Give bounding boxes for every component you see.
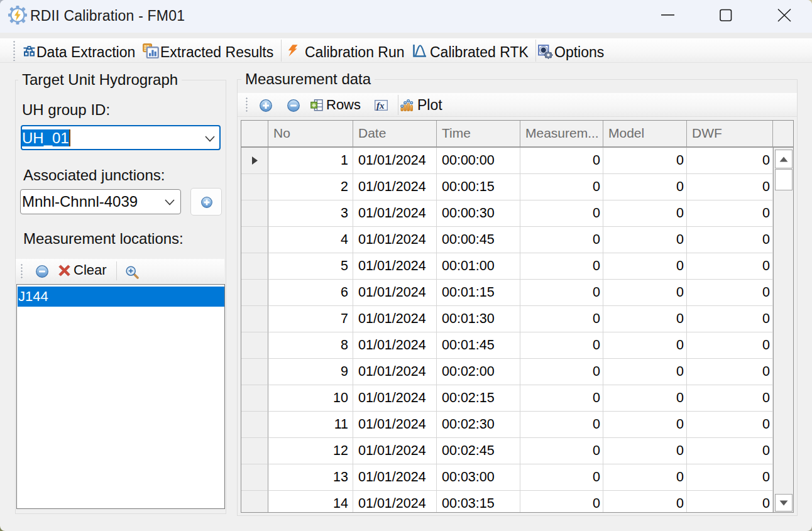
svg-text:fx: fx <box>376 101 385 111</box>
